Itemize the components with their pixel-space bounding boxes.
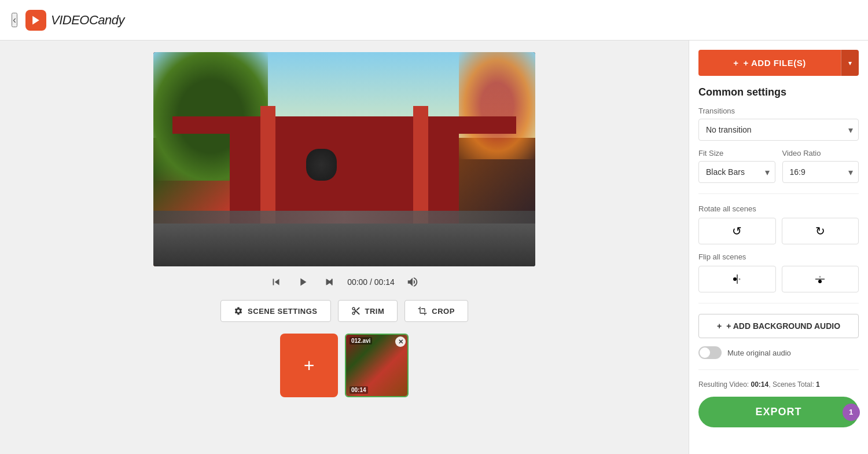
toggle-dot <box>700 347 710 358</box>
logo-text: VIDEOCandy <box>51 13 124 28</box>
add-files-button[interactable]: + + ADD FILE(S) <box>698 50 841 76</box>
scene-duration: 00:14 <box>350 386 368 394</box>
gear-icon <box>234 306 243 316</box>
divider-2 <box>698 303 859 303</box>
flip-label: Flip all scenes <box>698 252 859 261</box>
mute-toggle[interactable] <box>698 346 722 359</box>
logo-icon <box>25 10 46 31</box>
transitions-section: Transitions No transition Fade Slide Zoo… <box>698 107 859 141</box>
skip-back-button[interactable] <box>267 273 285 291</box>
play-icon <box>30 14 42 26</box>
skip-forward-button[interactable] <box>321 273 338 291</box>
settings-title: Common settings <box>698 86 859 98</box>
transitions-label: Transitions <box>698 107 859 115</box>
svg-marker-0 <box>32 16 39 24</box>
right-panel: + + ADD FILE(S) ▾ Common settings Transi… <box>689 41 868 454</box>
scissors-icon <box>351 306 361 316</box>
plus-icon-audio: + <box>717 321 722 331</box>
rotate-label: Rotate all scenes <box>698 204 859 213</box>
trim-button[interactable]: TRIM <box>338 300 398 322</box>
flip-v-icon <box>813 272 827 286</box>
rotate-right-icon: ↻ <box>815 224 825 238</box>
fit-size-section: Fit Size Black Bars Blur Stretch Crop <box>698 149 775 183</box>
fit-size-select[interactable]: Black Bars Blur Stretch Crop <box>698 161 775 183</box>
svg-point-4 <box>819 276 821 278</box>
video-ratio-select-wrapper: 16:9 9:16 4:3 1:1 <box>782 161 859 183</box>
rotate-right-button[interactable]: ↻ <box>782 218 859 244</box>
header: ‹ VIDEOCandy <box>0 0 868 41</box>
back-button[interactable]: ‹ <box>12 13 17 27</box>
video-frame <box>153 52 535 266</box>
svg-point-2 <box>738 279 740 280</box>
scene-filename: 012.avi <box>350 337 372 345</box>
scenes-count: 1 <box>816 380 820 389</box>
flip-section: Flip all scenes <box>698 252 859 292</box>
add-audio-button[interactable]: + + ADD BACKGROUND AUDIO <box>698 314 859 338</box>
scene-thumbnail[interactable]: 012.avi 00:14 ✕ <box>345 334 409 397</box>
flip-h-icon <box>730 272 744 286</box>
resulting-video-info: Resulting Video: 00:14, Scenes Total: 1 <box>698 380 859 389</box>
flip-horizontal-button[interactable] <box>698 266 776 292</box>
content-area: 00:00 / 00:14 SCENE SETTINGS TRIM CROP <box>0 41 689 454</box>
plus-icon: + <box>733 58 738 68</box>
add-scene-button[interactable]: + <box>280 334 338 397</box>
video-ratio-section: Video Ratio 16:9 9:16 4:3 1:1 <box>782 149 859 183</box>
add-files-row: + + ADD FILE(S) ▾ <box>698 50 859 76</box>
volume-button[interactable] <box>404 273 421 291</box>
rotate-row: ↺ ↻ <box>698 218 859 244</box>
crop-icon <box>418 306 427 316</box>
add-files-dropdown-button[interactable]: ▾ <box>841 50 859 76</box>
play-button[interactable] <box>294 273 311 291</box>
transitions-select-wrapper: No transition Fade Slide Zoom <box>698 119 859 141</box>
mute-row: Mute original audio <box>698 346 859 359</box>
video-controls: 00:00 / 00:14 <box>267 273 421 291</box>
fit-ratio-row: Fit Size Black Bars Blur Stretch Crop Vi… <box>698 149 859 183</box>
fit-size-select-wrapper: Black Bars Blur Stretch Crop <box>698 161 775 183</box>
crop-button[interactable]: CROP <box>404 300 468 322</box>
video-ratio-select[interactable]: 16:9 9:16 4:3 1:1 <box>782 161 859 183</box>
action-buttons: SCENE SETTINGS TRIM CROP <box>220 300 468 322</box>
scene-settings-button[interactable]: SCENE SETTINGS <box>220 300 330 322</box>
resulting-duration: 00:14 <box>751 380 769 389</box>
timeline: + 012.avi 00:14 ✕ <box>280 334 409 397</box>
temple-scene <box>153 52 535 266</box>
video-preview <box>153 52 535 266</box>
main-layout: 00:00 / 00:14 SCENE SETTINGS TRIM CROP <box>0 41 868 454</box>
mute-label: Mute original audio <box>727 349 791 357</box>
divider-1 <box>698 193 859 194</box>
svg-point-1 <box>733 277 737 281</box>
time-display: 00:00 / 00:14 <box>347 277 395 287</box>
rotate-left-button[interactable]: ↺ <box>698 218 776 244</box>
rotate-left-icon: ↺ <box>732 224 742 238</box>
transitions-select[interactable]: No transition Fade Slide Zoom <box>698 119 859 141</box>
export-badge: 1 <box>843 404 860 421</box>
export-button[interactable]: EXPORT 1 <box>698 397 859 427</box>
scene-close-button[interactable]: ✕ <box>395 336 406 347</box>
svg-point-5 <box>818 280 822 283</box>
logo: VIDEOCandy <box>25 10 124 31</box>
flip-row <box>698 266 859 292</box>
flip-vertical-button[interactable] <box>782 266 859 292</box>
video-ratio-label: Video Ratio <box>782 149 859 158</box>
divider-3 <box>698 369 859 370</box>
rotate-section: Rotate all scenes ↺ ↻ <box>698 204 859 244</box>
fit-size-label: Fit Size <box>698 149 775 158</box>
